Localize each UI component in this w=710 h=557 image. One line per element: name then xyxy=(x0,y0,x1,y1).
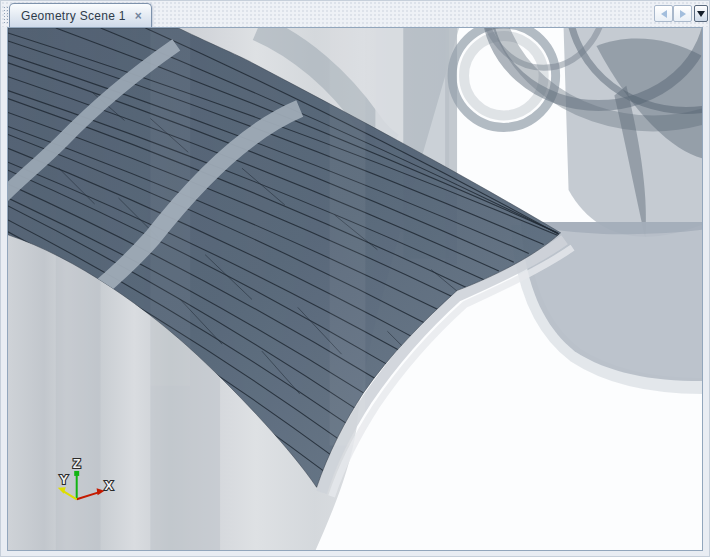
right-arrow-icon xyxy=(680,10,686,18)
tab-scroll-left-button[interactable] xyxy=(654,5,673,22)
sheen-streak xyxy=(330,28,366,446)
sheen-streak xyxy=(150,28,190,386)
tab-geometry-scene-1[interactable]: Geometry Scene 1 × xyxy=(9,3,152,27)
dropdown-arrow-icon xyxy=(697,11,705,17)
scene-3d-canvas[interactable]: Z X Y xyxy=(8,28,702,550)
scene-3d-viewport[interactable]: Z X Y xyxy=(7,27,703,551)
tab-scroll-right-button[interactable] xyxy=(673,5,692,22)
tab-list-dropdown-button[interactable] xyxy=(694,5,708,22)
geometry-scene-window: Geometry Scene 1 × xyxy=(0,0,710,557)
tab-title: Geometry Scene 1 xyxy=(21,9,126,23)
axis-z-label: Z xyxy=(73,456,81,471)
left-arrow-icon xyxy=(661,10,667,18)
tab-close-icon[interactable]: × xyxy=(135,10,142,22)
axis-x-label: X xyxy=(105,478,114,493)
axis-y-label: Y xyxy=(59,472,68,487)
tab-strip: Geometry Scene 1 × xyxy=(1,1,709,27)
